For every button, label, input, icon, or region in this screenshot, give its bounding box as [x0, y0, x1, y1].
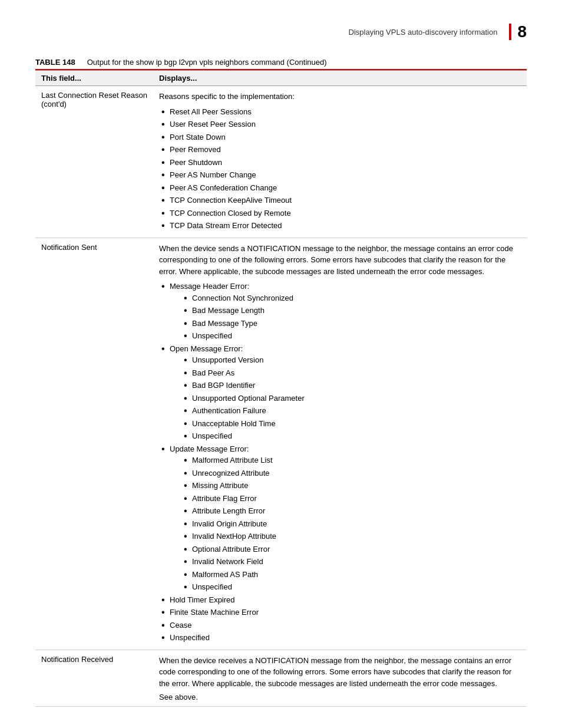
notification-received-intro: When the device receives a NOTIFICATION …: [159, 655, 521, 690]
table-header-row: This field... Displays...: [35, 71, 527, 86]
notification-sent-intro: When the device sends a NOTIFICATION mes…: [159, 243, 521, 278]
list-item: Finite State Machine Error: [159, 607, 521, 618]
header-title: Displaying VPLS auto-discovery informati…: [349, 28, 498, 37]
list-item: Connection Not Synchronized: [181, 292, 521, 304]
page-number: 8: [509, 24, 527, 40]
field-name: Notification Sent: [41, 243, 97, 252]
page-header: Displaying VPLS auto-discovery informati…: [35, 24, 527, 40]
list-item: Invalid Network Field: [181, 556, 521, 568]
content-cell: When the device sends a NOTIFICATION mes…: [153, 238, 527, 650]
list-item: Cease: [159, 620, 521, 631]
list-item: Invalid NextHop Attribute: [181, 531, 521, 542]
intro-text: Reasons specific to the implementation:: [159, 91, 521, 103]
table-row: Notification Sent When the device sends …: [35, 238, 527, 650]
col1-header: This field...: [35, 71, 153, 86]
notification-sent-list: Message Header Error: Connection Not Syn…: [159, 281, 521, 644]
list-item: Bad Message Type: [181, 318, 521, 330]
list-item: Missing Attribute: [181, 480, 521, 492]
table-row: Notification Received When the device re…: [35, 650, 527, 707]
list-item: Malformed AS Path: [181, 569, 521, 581]
list-item: Message Header Error: Connection Not Syn…: [159, 281, 521, 342]
list-item: TCP Connection Closed by Remote: [159, 207, 521, 219]
list-item: Peer AS Confederation Change: [159, 182, 521, 194]
list-item: Authentication Failure: [181, 405, 521, 417]
list-item: TCP Connection KeepAlive Timeout: [159, 195, 521, 206]
list-item: Unrecognized Attribute: [181, 467, 521, 479]
list-item: Unspecified: [159, 632, 521, 644]
list-item: Unspecified: [181, 330, 521, 342]
content-cell: When the device receives a NOTIFICATION …: [153, 650, 527, 707]
list-item: Open Message Error: Unsupported Version …: [159, 343, 521, 442]
list-item: Reset All Peer Sessions: [159, 106, 521, 118]
list-item: Update Message Error: Malformed Attribut…: [159, 443, 521, 593]
list-item: Unacceptable Hold Time: [181, 418, 521, 430]
list-item: Invalid Origin Attribute: [181, 518, 521, 530]
field-name-cell: Notification Sent: [35, 238, 153, 650]
table-caption: Output for the show ip bgp l2vpn vpls ne…: [87, 58, 327, 67]
list-item: Attribute Length Error: [181, 505, 521, 517]
list-item: Unspecified: [181, 430, 521, 442]
col2-header: Displays...: [153, 71, 527, 86]
field-name-cell: Last Connection Reset Reason(cont'd): [35, 86, 153, 238]
field-name: Notification Received: [41, 655, 113, 664]
list-item: Malformed Attribute List: [181, 454, 521, 466]
list-item: Unspecified: [181, 581, 521, 593]
list-item: Optional Attribute Error: [181, 543, 521, 555]
list-item: Unsupported Version: [181, 354, 521, 366]
list-item: User Reset Peer Session: [159, 118, 521, 130]
page-container: Displaying VPLS auto-discovery informati…: [0, 0, 562, 728]
field-name: Last Connection Reset Reason(cont'd): [41, 91, 147, 108]
sub-list: Unsupported Version Bad Peer As Bad BGP …: [181, 354, 521, 442]
table-title-row: TABLE 148 Output for the show ip bgp l2v…: [35, 58, 527, 70]
list-item: Bad BGP Identifier: [181, 380, 521, 391]
list-item: Bad Peer As: [181, 367, 521, 379]
main-table: This field... Displays... Last Connectio…: [35, 70, 527, 707]
list-item: Peer Shutdown: [159, 157, 521, 169]
table-label: TABLE 148: [35, 58, 75, 67]
content-cell: Reasons specific to the implementation: …: [153, 86, 527, 238]
list-item: Bad Message Length: [181, 305, 521, 317]
list-item: Hold Timer Expired: [159, 594, 521, 606]
sub-list: Malformed Attribute List Unrecognized At…: [181, 454, 521, 593]
table-row: Last Connection Reset Reason(cont'd) Rea…: [35, 86, 527, 238]
list-item: Peer AS Number Change: [159, 169, 521, 181]
list-item: Unsupported Optional Parameter: [181, 393, 521, 404]
sub-list: Connection Not Synchronized Bad Message …: [181, 292, 521, 342]
list-item: Peer Removed: [159, 144, 521, 156]
bullet-list: Reset All Peer Sessions User Reset Peer …: [159, 106, 521, 232]
list-item: Port State Down: [159, 131, 521, 143]
list-item: TCP Data Stream Error Detected: [159, 220, 521, 232]
see-above-text: See above.: [159, 693, 521, 701]
list-item: Attribute Flag Error: [181, 493, 521, 505]
field-name-cell: Notification Received: [35, 650, 153, 707]
